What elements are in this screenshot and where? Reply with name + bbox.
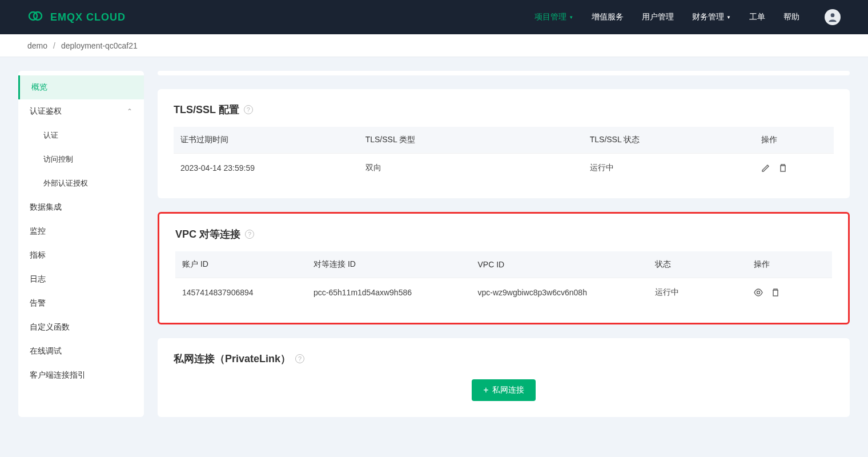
card-title: TLS/SSL 配置 [174, 103, 239, 117]
sidebar-item-external-auth[interactable]: 外部认证授权 [18, 171, 144, 195]
chevron-up-icon: ⌃ [127, 107, 132, 115]
edit-icon[interactable] [761, 163, 770, 173]
card-title: VPC 对等连接 [175, 227, 240, 241]
sidebar-item-auth[interactable]: 认证鉴权 ⌃ [18, 99, 144, 123]
nav-user-mgmt[interactable]: 用户管理 [642, 12, 674, 22]
vpc-table: 账户 ID 对等连接 ID VPC ID 状态 操作 1457414837906… [175, 251, 832, 307]
sidebar-item-logs[interactable]: 日志 [18, 267, 144, 291]
sidebar-item-functions[interactable]: 自定义函数 [18, 315, 144, 339]
button-label: 私网连接 [492, 385, 524, 395]
caret-down-icon: ▼ [726, 15, 731, 20]
sidebar-item-monitor[interactable]: 监控 [18, 219, 144, 243]
sidebar-item-debug[interactable]: 在线调试 [18, 339, 144, 363]
sidebar-item-alerts[interactable]: 告警 [18, 291, 144, 315]
cell-status: 运行中 [648, 278, 747, 307]
sidebar-item-label: 认证鉴权 [30, 106, 62, 117]
sidebar-item-metrics[interactable]: 指标 [18, 243, 144, 267]
help-icon[interactable]: ? [295, 354, 304, 363]
col-action: 操作 [747, 251, 833, 278]
col-peer-id: 对等连接 ID [307, 251, 471, 278]
nav-finance-mgmt[interactable]: 财务管理 ▼ [692, 12, 731, 22]
cell-account-id: 1457414837906894 [175, 278, 307, 307]
svg-point-2 [831, 13, 835, 17]
card-tls-ssl: TLS/SSL 配置 ? 证书过期时间 TLS/SSL 类型 TLS/SSL 状… [158, 89, 850, 198]
col-type: TLS/SSL 类型 [359, 127, 583, 154]
cell-peer-id: pcc-65h11m1d54axw9h586 [307, 278, 471, 307]
cell-type: 双向 [359, 154, 583, 183]
sidebar-item-access-control[interactable]: 访问控制 [18, 147, 144, 171]
view-icon[interactable] [754, 288, 763, 297]
nav-label: 项目管理 [535, 12, 566, 22]
col-action: 操作 [754, 127, 834, 154]
breadcrumb: demo / deployment-qc0caf21 [0, 34, 868, 57]
sidebar-item-authentication[interactable]: 认证 [18, 123, 144, 147]
card-stub-top [158, 71, 850, 75]
nav-tickets[interactable]: 工单 [749, 12, 765, 22]
caret-down-icon: ▼ [569, 15, 573, 20]
logo-text: EMQX CLOUD [50, 11, 126, 23]
main-content: TLS/SSL 配置 ? 证书过期时间 TLS/SSL 类型 TLS/SSL 状… [158, 71, 850, 417]
cell-status: 运行中 [583, 154, 755, 183]
nav-label: 财务管理 [692, 12, 724, 22]
cell-vpc-id: vpc-wz9wgbiwc8p3w6cv6n08h [471, 278, 649, 307]
tls-table: 证书过期时间 TLS/SSL 类型 TLS/SSL 状态 操作 2023-04-… [174, 127, 834, 182]
add-private-link-button[interactable]: + 私网连接 [472, 379, 535, 401]
card-vpc-peering: VPC 对等连接 ? 账户 ID 对等连接 ID VPC ID 状态 操作 14… [158, 212, 850, 324]
logo-icon [27, 8, 43, 26]
top-nav: 项目管理 ▼ 增值服务 用户管理 财务管理 ▼ 工单 帮助 [535, 9, 841, 25]
card-title: 私网连接（PrivateLink） [174, 352, 291, 366]
logo[interactable]: EMQX CLOUD [27, 8, 126, 26]
sidebar: 概览 认证鉴权 ⌃ 认证 访问控制 外部认证授权 数据集成 监控 指标 日志 告… [18, 71, 144, 417]
help-icon[interactable]: ? [244, 105, 253, 114]
nav-project-mgmt[interactable]: 项目管理 ▼ [535, 12, 573, 22]
nav-value-added[interactable]: 增值服务 [592, 12, 624, 22]
avatar[interactable] [825, 9, 841, 25]
sidebar-item-overview[interactable]: 概览 [18, 75, 144, 99]
cell-expire: 2023-04-14 23:59:59 [174, 154, 359, 183]
breadcrumb-item: deployment-qc0caf21 [61, 41, 138, 50]
breadcrumb-item[interactable]: demo [27, 41, 47, 50]
col-status: TLS/SSL 状态 [583, 127, 755, 154]
delete-icon[interactable] [778, 163, 787, 173]
col-account-id: 账户 ID [175, 251, 307, 278]
sidebar-item-data-integration[interactable]: 数据集成 [18, 195, 144, 219]
col-status: 状态 [648, 251, 747, 278]
svg-point-3 [757, 291, 760, 294]
breadcrumb-separator: / [53, 41, 55, 50]
col-vpc-id: VPC ID [471, 251, 649, 278]
help-icon[interactable]: ? [245, 230, 254, 239]
sidebar-item-client-guide[interactable]: 客户端连接指引 [18, 363, 144, 387]
delete-icon[interactable] [771, 288, 780, 297]
table-row: 2023-04-14 23:59:59 双向 运行中 [174, 154, 834, 183]
nav-help[interactable]: 帮助 [783, 12, 799, 22]
header: EMQX CLOUD 项目管理 ▼ 增值服务 用户管理 财务管理 ▼ 工单 帮助 [0, 0, 868, 34]
plus-icon: + [483, 386, 488, 395]
table-row: 1457414837906894 pcc-65h11m1d54axw9h586 … [175, 278, 832, 307]
col-expire: 证书过期时间 [174, 127, 359, 154]
card-private-link: 私网连接（PrivateLink） ? + 私网连接 [158, 338, 850, 417]
